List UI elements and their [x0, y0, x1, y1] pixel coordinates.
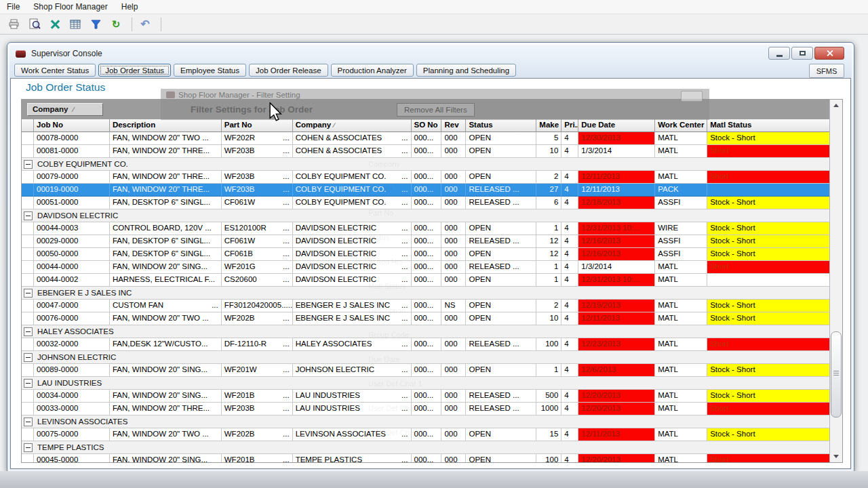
- row-indicator[interactable]: [22, 390, 34, 403]
- print-preview-icon[interactable]: [26, 16, 43, 33]
- column-header-rev[interactable]: Rev: [441, 119, 466, 132]
- table-row-00050-0000[interactable]: 00050-0000FAN, DESKTOP 6" SINGL...CF061B…: [22, 248, 831, 261]
- print-icon[interactable]: [5, 16, 23, 33]
- cell-due[interactable]: 12/31/2013 10:...: [578, 222, 655, 235]
- cell-due[interactable]: 12/11/2013: [578, 312, 655, 325]
- cell-desc[interactable]: HARNESS, ELECTRICAL F...: [110, 274, 222, 287]
- table-row-00045-0000[interactable]: 00045-0000FAN, WINDOW 20" SING...WF201B.…: [22, 454, 831, 462]
- group-row-lau-industries[interactable]: LAU INDUSTRIES: [22, 377, 831, 390]
- cell-pri[interactable]: 4: [561, 403, 578, 415]
- cell-wc[interactable]: ASSFI: [655, 197, 707, 209]
- cell-desc[interactable]: FAN, DESKTOP 6" SINGL...: [110, 248, 222, 261]
- cell-desc[interactable]: FAN, DESKTOP 6" SINGL...: [110, 197, 222, 209]
- grid-view-icon[interactable]: [66, 16, 84, 33]
- cell-make[interactable]: 10: [536, 145, 561, 158]
- scroll-down-icon[interactable]: [830, 451, 842, 462]
- cell-matl[interactable]: Stock - Short: [707, 197, 831, 209]
- cell-make[interactable]: 1: [536, 364, 561, 377]
- cell-job[interactable]: 00079-0000: [34, 171, 110, 184]
- cell-status[interactable]: OPEN: [466, 312, 536, 325]
- collapse-icon[interactable]: [24, 211, 33, 220]
- cell-due[interactable]: 12/16/2013: [578, 248, 655, 261]
- cell-pri[interactable]: 4: [561, 454, 578, 462]
- column-header-comp[interactable]: Company∕: [293, 119, 412, 132]
- row-indicator[interactable]: [22, 428, 34, 441]
- cell-make[interactable]: 1: [536, 274, 561, 287]
- cell-status[interactable]: OPEN: [466, 428, 536, 441]
- cell-rev[interactable]: 000: [441, 197, 466, 209]
- group-row-tempe-plastics[interactable]: TEMPE PLASTICS: [22, 441, 831, 454]
- group-row-levinson-associates[interactable]: LEVINSON ASSOCIATES: [22, 415, 831, 428]
- group-row-ebenger-e-j-sales-inc[interactable]: EBENGER E J SALES INC: [22, 287, 831, 300]
- cell-comp[interactable]: TEMPE PLASTICS...: [293, 454, 412, 462]
- cell-wc[interactable]: MATL: [655, 390, 707, 403]
- refresh-icon[interactable]: ↻: [107, 16, 125, 33]
- cell-make[interactable]: 1: [536, 222, 561, 235]
- cell-job[interactable]: 00075-0000: [34, 428, 110, 441]
- column-header-desc[interactable]: Description: [110, 119, 222, 132]
- column-header-make[interactable]: Make ...: [536, 119, 561, 132]
- cell-make[interactable]: 1000: [536, 403, 561, 415]
- cell-part[interactable]: WF201W...: [222, 364, 293, 377]
- cell-job[interactable]: 00033-0000: [34, 403, 110, 415]
- cell-matl[interactable]: Stock - Short: [707, 390, 831, 403]
- row-indicator[interactable]: [22, 364, 34, 377]
- group-row-colby-equipment-co[interactable]: COLBY EQUIPMENT CO.: [22, 158, 831, 171]
- table-row-00033-0000[interactable]: 00033-0000FAN, WINDOW 20" THRE...WF203B.…: [22, 403, 831, 415]
- cell-due[interactable]: 12/16/2013: [578, 235, 655, 248]
- cell-job[interactable]: 00044-0003: [34, 222, 110, 235]
- cell-make[interactable]: 2: [536, 171, 561, 184]
- menu-help[interactable]: Help: [115, 1, 145, 13]
- cell-status[interactable]: RELEASED ...: [466, 403, 536, 415]
- tab-employee-status[interactable]: Employee Status: [174, 64, 246, 77]
- cell-due[interactable]: 12/19/2013: [578, 300, 655, 312]
- table-row-00047-0000[interactable]: 00047-0000CUSTOM FAN...FF30120420005....…: [22, 300, 831, 312]
- cell-job[interactable]: 00034-0000: [34, 390, 110, 403]
- excel-export-icon[interactable]: [46, 16, 64, 33]
- cell-part[interactable]: WF203B...: [222, 403, 293, 415]
- cell-matl[interactable]: Stock - Short: [707, 312, 831, 325]
- cell-pri[interactable]: 4: [561, 312, 578, 325]
- cell-matl[interactable]: Short: [707, 261, 831, 274]
- cell-part[interactable]: WF203B...: [222, 184, 293, 197]
- cell-rev[interactable]: 000: [441, 364, 466, 377]
- tab-job-order-status[interactable]: Job Order Status: [98, 64, 171, 77]
- cell-due[interactable]: 12/23/2013: [578, 338, 655, 351]
- cell-job[interactable]: 00044-0002: [34, 274, 110, 287]
- cell-make[interactable]: 2: [536, 300, 561, 312]
- cell-status[interactable]: OPEN: [466, 364, 536, 377]
- column-header-wc[interactable]: Work Center: [655, 119, 707, 132]
- cell-wc[interactable]: MATL: [655, 171, 707, 184]
- cell-rev[interactable]: 000: [441, 132, 466, 145]
- cell-part[interactable]: WF202R...: [222, 132, 293, 145]
- cell-wc[interactable]: ASSFI: [655, 235, 707, 248]
- cell-due[interactable]: 12/11/2013: [578, 171, 655, 184]
- cell-status[interactable]: OPEN: [466, 132, 536, 145]
- cell-rev[interactable]: 000: [441, 312, 466, 325]
- cell-part[interactable]: CF061W...: [222, 197, 293, 209]
- cell-wc[interactable]: MATL: [655, 145, 707, 158]
- table-row-00075-0000[interactable]: 00075-0000FAN, WINDOW 20" TWO ...WF202B.…: [22, 428, 831, 441]
- table-row-00044-0003[interactable]: 00044-0003CONTROL BOARD, 120V ...ES12010…: [22, 222, 831, 235]
- collapse-icon[interactable]: [24, 289, 33, 298]
- cell-matl[interactable]: Stock - Short: [707, 364, 831, 377]
- cell-rev[interactable]: 000: [441, 274, 466, 287]
- cell-due[interactable]: 12/11/2013: [578, 428, 655, 441]
- column-header-status[interactable]: Status: [466, 119, 536, 132]
- cell-job[interactable]: 00032-0000: [34, 338, 110, 351]
- table-row-00044-0002[interactable]: 00044-0002HARNESS, ELECTRICAL F...CS2060…: [22, 274, 831, 287]
- row-indicator[interactable]: [22, 197, 34, 209]
- cell-make[interactable]: 12: [536, 248, 561, 261]
- cell-wc[interactable]: MATL: [655, 428, 707, 441]
- cell-due[interactable]: 1/3/2014: [578, 145, 655, 158]
- cell-wc[interactable]: PACK: [655, 184, 707, 197]
- collapse-icon[interactable]: [24, 327, 33, 336]
- cell-part[interactable]: WF203B...: [222, 171, 293, 184]
- cell-make[interactable]: 500: [536, 390, 561, 403]
- cell-matl[interactable]: Stock - Short: [707, 248, 831, 261]
- cell-matl[interactable]: Stock - Short: [707, 428, 831, 441]
- collapse-icon[interactable]: [24, 418, 33, 426]
- cell-part[interactable]: CS20600...: [222, 274, 293, 287]
- filter-icon[interactable]: [87, 16, 104, 33]
- minimize-button[interactable]: [768, 47, 790, 60]
